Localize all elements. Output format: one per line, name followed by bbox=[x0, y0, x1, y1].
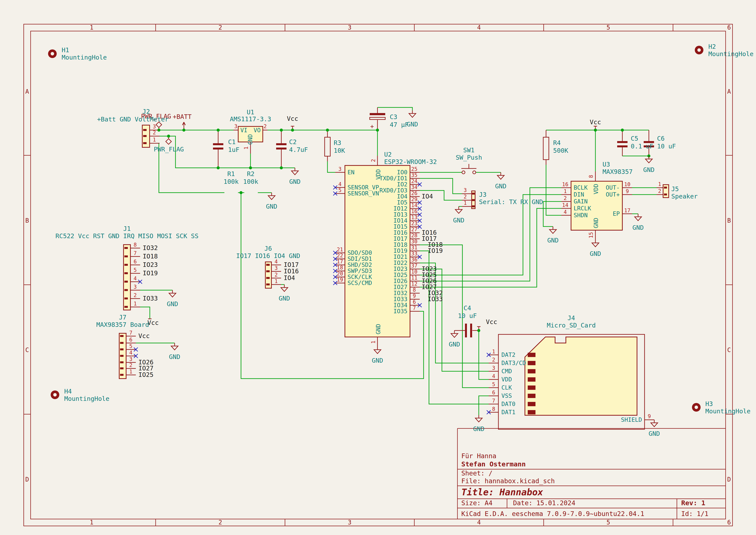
schematic-text[interactable]: IO16 bbox=[393, 229, 407, 236]
schematic-text[interactable]: 7 bbox=[492, 398, 495, 404]
wire[interactable] bbox=[479, 396, 489, 415]
schematic-text[interactable]: 8 bbox=[492, 406, 495, 412]
gnd-symbol-icon[interactable] bbox=[592, 243, 599, 247]
schematic-text[interactable]: 5 bbox=[492, 381, 495, 387]
schematic-text[interactable]: DAT0 bbox=[501, 401, 515, 407]
schematic-text[interactable]: 2 bbox=[275, 272, 278, 278]
schematic-text[interactable]: 6 bbox=[134, 259, 137, 265]
schematic-text[interactable]: 14 bbox=[411, 202, 418, 209]
schematic-text[interactable]: U3 bbox=[603, 161, 610, 168]
schematic-text[interactable]: 31 bbox=[411, 245, 418, 251]
schematic-text[interactable]: 7 bbox=[413, 305, 416, 311]
schematic-text[interactable]: 6 bbox=[492, 390, 495, 396]
schematic-text[interactable]: EP bbox=[613, 210, 620, 217]
schematic-text[interactable]: MountingHole bbox=[708, 50, 754, 58]
schematic-text[interactable]: IO33 bbox=[393, 296, 407, 302]
schematic-text[interactable]: 22 bbox=[337, 253, 343, 259]
gnd-symbol-icon[interactable] bbox=[550, 230, 556, 234]
schematic-text[interactable]: H2 bbox=[708, 43, 716, 50]
schematic-text[interactable]: 29 bbox=[411, 196, 418, 202]
schematic-text[interactable]: 9 bbox=[648, 413, 651, 419]
schematic-text[interactable]: IO16 bbox=[284, 268, 299, 275]
schematic-text[interactable]: IO34 bbox=[393, 302, 407, 308]
gnd-symbol-icon[interactable] bbox=[171, 346, 178, 350]
schematic-text[interactable]: SCK/CLK bbox=[347, 273, 372, 280]
schematic-text[interactable]: C5 bbox=[631, 135, 638, 142]
schematic-text[interactable]: IO17 bbox=[284, 261, 299, 268]
schematic-text[interactable]: Micro_SD_Card bbox=[547, 322, 596, 329]
schematic-text[interactable]: IO22 bbox=[393, 260, 407, 266]
wire[interactable] bbox=[546, 165, 561, 215]
schematic-text[interactable]: 10K bbox=[334, 147, 345, 154]
gnd-symbol-icon[interactable] bbox=[455, 210, 462, 213]
schematic-text[interactable]: IO13 bbox=[393, 211, 407, 218]
schematic-text[interactable]: 100k bbox=[243, 178, 258, 185]
schematic-text[interactable]: MountingHole bbox=[705, 408, 751, 415]
schematic-text[interactable]: 4 bbox=[134, 275, 137, 282]
schematic-text[interactable]: IO25 bbox=[393, 271, 407, 278]
schematic-text[interactable]: 10 uF bbox=[657, 143, 676, 150]
schematic-text[interactable]: 2 bbox=[153, 130, 156, 136]
gnd-symbol-icon[interactable] bbox=[291, 171, 298, 175]
schematic-text[interactable]: 1 bbox=[564, 188, 567, 194]
schematic-text[interactable]: IO19 bbox=[393, 247, 407, 254]
wire[interactable] bbox=[377, 107, 412, 110]
schematic-text[interactable]: U1 bbox=[247, 108, 255, 116]
schematic-text[interactable]: 6 bbox=[129, 337, 132, 343]
schematic-text[interactable]: 5 bbox=[134, 267, 137, 273]
schematic-text[interactable]: SWP/SD3 bbox=[347, 268, 372, 274]
schematic-text[interactable]: 27 bbox=[411, 227, 418, 233]
schematic-text[interactable]: DIN bbox=[574, 191, 584, 198]
schematic-text[interactable]: J5 bbox=[671, 185, 679, 193]
schematic-text[interactable]: IO12 bbox=[393, 205, 407, 212]
schematic-text[interactable]: IO23 bbox=[393, 266, 407, 272]
power-flag-icon[interactable] bbox=[166, 139, 171, 144]
schematic-text[interactable]: 12 bbox=[411, 281, 418, 287]
schematic-text[interactable]: AMS1117-3.3 bbox=[230, 115, 271, 123]
schematic-text[interactable]: 1 bbox=[129, 369, 132, 375]
schematic-text[interactable]: VI bbox=[240, 127, 248, 133]
schematic-text[interactable]: 16 bbox=[411, 209, 418, 214]
schematic-text[interactable]: 17 bbox=[337, 259, 343, 265]
schematic-text[interactable]: 4.7uF bbox=[289, 146, 308, 154]
schematic-text[interactable]: SDI/SD1 bbox=[347, 255, 372, 262]
schematic-text[interactable]: 2 bbox=[564, 195, 567, 201]
schematic-text[interactable]: 8 bbox=[134, 242, 137, 248]
schematic-text[interactable]: 1 bbox=[134, 301, 137, 307]
schematic-text[interactable]: 3 bbox=[153, 124, 156, 130]
schematic-text[interactable]: IO14 bbox=[393, 217, 407, 224]
gnd-symbol-icon[interactable] bbox=[645, 159, 652, 163]
schematic-text[interactable]: 500K bbox=[553, 147, 568, 154]
schematic-text[interactable]: IO35 bbox=[393, 308, 407, 315]
schematic-text[interactable]: 3 bbox=[129, 356, 132, 362]
schematic-text[interactable]: Vcc bbox=[148, 319, 159, 326]
schematic-text[interactable]: 9 bbox=[413, 293, 416, 299]
schematic-text[interactable]: 10 bbox=[411, 269, 418, 275]
schematic-text[interactable]: DAT1 bbox=[501, 409, 515, 415]
schematic-text[interactable]: 7 bbox=[129, 330, 132, 336]
schematic-text[interactable]: H1 bbox=[62, 46, 69, 54]
schematic-text[interactable]: GND bbox=[375, 324, 382, 334]
gnd-symbol-icon[interactable] bbox=[409, 113, 416, 117]
schematic-text[interactable]: OUT+ bbox=[606, 191, 620, 198]
schematic-text[interactable]: 1 bbox=[658, 181, 661, 187]
schematic-text[interactable]: Serial: TX RX GND bbox=[479, 198, 543, 206]
schematic-text[interactable]: 1 bbox=[153, 137, 156, 143]
schematic-text[interactable]: 7 bbox=[134, 250, 137, 256]
schematic-text[interactable]: R2 bbox=[247, 170, 255, 178]
schematic-text[interactable]: 13 bbox=[411, 214, 418, 220]
schematic-text[interactable]: 5 bbox=[129, 343, 132, 349]
schematic-text[interactable]: 2 bbox=[370, 159, 376, 162]
schematic-text[interactable]: J7 bbox=[119, 314, 126, 321]
schematic-text[interactable]: 4 bbox=[564, 209, 567, 215]
schematic-text[interactable]: IO32 bbox=[143, 244, 158, 252]
schematic-text[interactable]: IO32 bbox=[393, 290, 407, 296]
symbol-body[interactable] bbox=[325, 137, 330, 156]
schematic-text[interactable]: IO5 bbox=[397, 199, 407, 206]
schematic-text[interactable]: IO15 bbox=[393, 223, 407, 230]
schematic-text[interactable]: IO4 bbox=[284, 274, 295, 282]
schematic-text[interactable]: SDO/SD0 bbox=[347, 249, 372, 256]
schematic-text[interactable]: 35 bbox=[411, 172, 418, 178]
schematic-text[interactable]: LRCLK bbox=[574, 205, 591, 211]
gnd-symbol-icon[interactable] bbox=[475, 418, 482, 422]
